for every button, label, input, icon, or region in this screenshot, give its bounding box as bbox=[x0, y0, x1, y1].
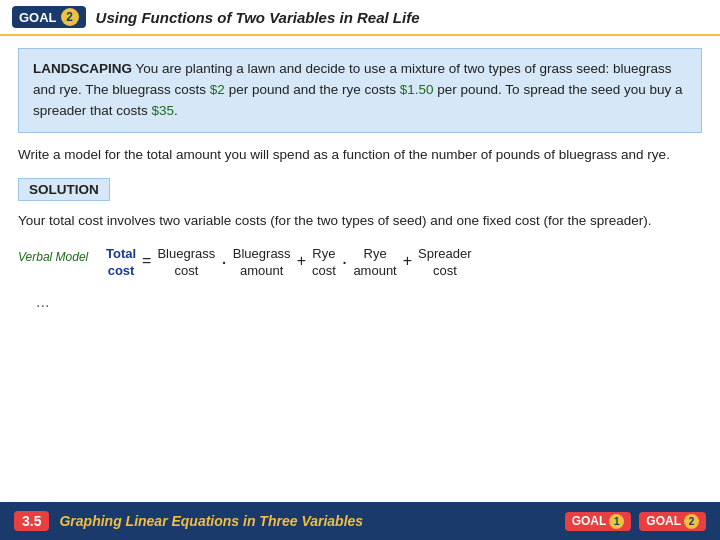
verbal-model-row: Verbal Model Total cost = Bluegrass cost… bbox=[18, 246, 702, 280]
model-term-total-cost: Total cost bbox=[106, 246, 136, 280]
footer-left: 3.5 Graphing Linear Equations in Three V… bbox=[14, 511, 363, 531]
goal-badge: GOAL 2 bbox=[12, 6, 86, 28]
footer-goal2-badge[interactable]: GOAL 2 bbox=[639, 512, 706, 531]
footer: 3.5 Graphing Linear Equations in Three V… bbox=[0, 502, 720, 540]
model-op-plus-2: + bbox=[403, 252, 412, 270]
footer-goal2-num: 2 bbox=[684, 514, 699, 529]
model-term-spreader-cost: Spreader cost bbox=[418, 246, 471, 280]
footer-badge: 3.5 bbox=[14, 511, 49, 531]
footer-goal1-label: GOAL bbox=[572, 514, 607, 528]
header-title: Using Functions of Two Variables in Real… bbox=[96, 9, 420, 26]
footer-right: GOAL 1 GOAL 2 bbox=[565, 512, 706, 531]
model-expression: Total cost = Bluegrass cost · Bluegrass … bbox=[106, 246, 472, 280]
goal-number: 2 bbox=[61, 8, 79, 26]
model-term-bluegrass-cost: Bluegrass cost bbox=[157, 246, 215, 280]
model-term-rye-amount: Rye amount bbox=[353, 246, 396, 280]
problem-text2: per pound and the rye costs bbox=[225, 82, 400, 97]
model-dot-2: · bbox=[342, 251, 348, 271]
problem-text4: . bbox=[174, 103, 178, 118]
header: GOAL 2 Using Functions of Two Variables … bbox=[0, 0, 720, 36]
model-term-bluegrass-amount: Bluegrass amount bbox=[233, 246, 291, 280]
footer-goal2-label: GOAL bbox=[646, 514, 681, 528]
footer-title: Graphing Linear Equations in Three Varia… bbox=[59, 513, 363, 529]
problem-price1: $2 bbox=[210, 82, 225, 97]
main-content: LANDSCAPING You are planting a lawn and … bbox=[0, 36, 720, 319]
ellipsis: ... bbox=[32, 293, 49, 311]
problem-box: LANDSCAPING You are planting a lawn and … bbox=[18, 48, 702, 133]
verbal-label: Verbal Model bbox=[18, 250, 98, 264]
model-op-equals: = bbox=[142, 252, 151, 270]
problem-keyword: LANDSCAPING bbox=[33, 61, 132, 76]
problem-price2: $1.50 bbox=[400, 82, 434, 97]
model-dot-1: · bbox=[221, 251, 227, 271]
problem-price3: $35 bbox=[152, 103, 175, 118]
footer-goal1-num: 1 bbox=[609, 514, 624, 529]
footer-goal1-badge[interactable]: GOAL 1 bbox=[565, 512, 632, 531]
model-op-plus-1: + bbox=[297, 252, 306, 270]
solution-text: Your total cost involves two variable co… bbox=[18, 211, 702, 232]
question-text: Write a model for the total amount you w… bbox=[18, 145, 702, 166]
solution-label: SOLUTION bbox=[18, 178, 110, 201]
goal-label: GOAL bbox=[19, 10, 57, 25]
arrow-area: ... bbox=[18, 289, 702, 311]
model-term-rye-cost: Rye cost bbox=[312, 246, 336, 280]
